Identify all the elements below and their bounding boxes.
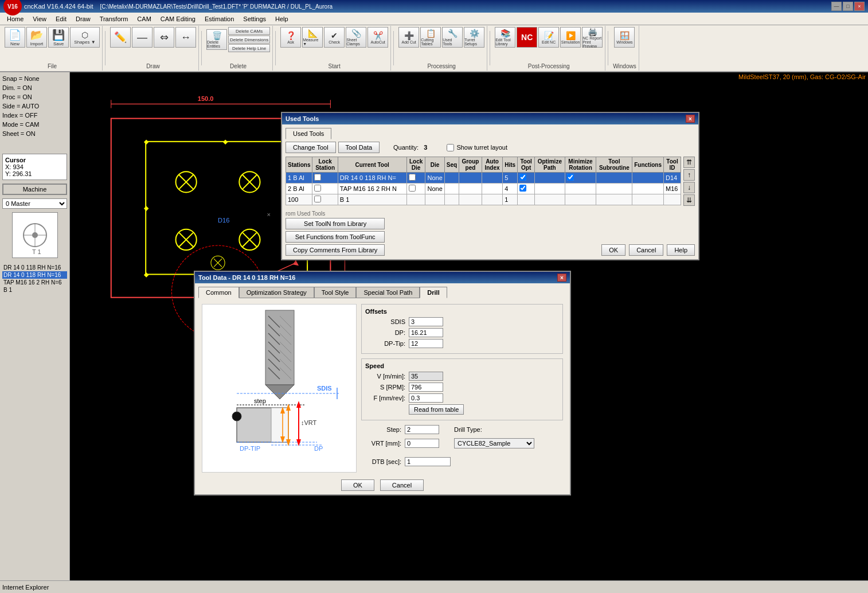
change-tool-btn[interactable]: Change Tool — [286, 142, 336, 153]
move-down-btn[interactable]: ↓ — [683, 182, 695, 193]
draw-mirror-btn[interactable]: ↔ — [175, 27, 196, 48]
v-input[interactable] — [409, 372, 443, 381]
machine-btn[interactable]: Machine — [2, 184, 67, 195]
nc-btn[interactable]: NC — [517, 27, 537, 48]
lock-die-checkbox-2[interactable] — [409, 185, 416, 192]
import-btn[interactable]: 📂Import — [26, 27, 47, 48]
menu-settings[interactable]: Settings — [238, 14, 271, 24]
move-top-btn[interactable]: ⇈ — [683, 157, 695, 168]
used-tools-close-btn[interactable]: × — [686, 115, 695, 123]
side-info: Side = AUTO — [2, 102, 67, 110]
measure-btn[interactable]: 📐Measure ▼ — [302, 27, 323, 48]
table-row[interactable]: 1 B Al DR 14 0 118 RH N= None 5 — [286, 173, 681, 184]
menu-view[interactable]: View — [28, 14, 51, 24]
delete-entities-btn[interactable]: 🗑️Delete Entities — [206, 29, 227, 50]
tab-opt-strategy[interactable]: Optimization Strategy — [239, 287, 314, 298]
edit-tool-lib-btn[interactable]: 📚Edit Tool Library — [495, 27, 515, 48]
check-btn[interactable]: ✔Check — [324, 27, 345, 48]
tool-data-btn[interactable]: Tool Data — [338, 142, 380, 153]
f-input[interactable] — [409, 393, 443, 403]
tool-list-item-0[interactable]: DR 14 0 118 RH N=16 — [2, 264, 67, 271]
cell-station: 100 — [286, 194, 312, 205]
min-rot-checkbox[interactable] — [567, 174, 574, 181]
lock-checkbox-2[interactable] — [314, 185, 321, 192]
lock-die-checkbox[interactable] — [409, 174, 416, 181]
sheet-clamps-btn[interactable]: 📎Sheet Clamps — [346, 27, 366, 48]
table-row[interactable]: 100 B 1 1 — [286, 194, 681, 205]
autocut-btn[interactable]: ✂️AutoCut — [367, 27, 388, 48]
close-btn[interactable]: × — [854, 2, 865, 11]
set-tooln-btn[interactable]: Set ToolN from Library — [286, 218, 385, 229]
ok-btn[interactable]: OK — [601, 244, 625, 256]
used-tools-tab[interactable]: Used Tools — [286, 128, 331, 139]
menu-home[interactable]: Home — [2, 14, 28, 24]
delete-cams-btn[interactable]: Delete CAMs — [228, 27, 270, 35]
simulation-btn[interactable]: ▶️Simulation — [560, 27, 581, 48]
delete-help-btn[interactable]: Delete Help Line — [228, 44, 270, 52]
tab-tool-style[interactable]: Tool Style — [314, 287, 357, 298]
maximize-btn[interactable]: □ — [843, 2, 853, 11]
col-auto: Auto Index — [482, 157, 502, 173]
set-func-btn[interactable]: Set Functions from ToolFunc — [286, 231, 385, 243]
tool-list-item-3[interactable]: B 1 — [2, 286, 67, 294]
tab-drill[interactable]: Drill — [420, 287, 447, 298]
cell-station: 1 B Al — [286, 173, 312, 184]
tool-opt-checkbox-2[interactable] — [519, 185, 526, 192]
sdis-input[interactable] — [409, 317, 443, 326]
sheet-info: Sheet = ON — [2, 130, 67, 138]
menu-transform[interactable]: Transform — [95, 14, 133, 24]
delete-dims-btn[interactable]: Delete Dimensions — [228, 36, 270, 44]
draw-pen-btn[interactable]: ✏️ — [110, 27, 131, 48]
master-select[interactable]: 0 Master — [2, 198, 67, 209]
cutting-tables-btn[interactable]: 📋Cutting Tables — [420, 27, 441, 48]
dp-input[interactable] — [409, 328, 443, 337]
table-row[interactable]: 2 B Al TAP M16 16 2 RH N None 4 — [286, 184, 681, 194]
tab-common[interactable]: Common — [198, 287, 239, 298]
tool-data-cancel-btn[interactable]: Cancel — [380, 479, 424, 491]
help-btn[interactable]: Help — [667, 244, 695, 256]
minimize-btn[interactable]: — — [831, 2, 842, 11]
menu-help[interactable]: Help — [271, 14, 293, 24]
menu-estimation[interactable]: Estimation — [200, 14, 238, 24]
s-input[interactable] — [409, 383, 443, 392]
used-tools-btn[interactable]: 🔧Used Tools — [442, 27, 463, 48]
menu-cam-editing[interactable]: CAM Editing — [156, 14, 200, 24]
vrt-input[interactable] — [405, 439, 439, 448]
windows-btn[interactable]: 🪟Windows — [614, 27, 635, 48]
tool-list-item-1[interactable]: DR 14 0 118 RH N=16 — [2, 271, 67, 279]
add-cut-btn[interactable]: ➕Add Cut — [398, 27, 419, 48]
menu-edit[interactable]: Edit — [51, 14, 71, 24]
tool-list-item-2[interactable]: TAP M16 16 2 RH N=6 — [2, 279, 67, 286]
menu-bar: Home View Edit Draw Transform CAM CAM Ed… — [0, 13, 868, 25]
save-btn[interactable]: 💾Save — [48, 27, 69, 48]
edit-nc-btn[interactable]: 📝Edit NC — [538, 27, 559, 48]
tool-data-ok-btn[interactable]: OK — [341, 479, 374, 491]
draw-line-btn[interactable]: — — [132, 27, 153, 48]
new-btn[interactable]: 📄New — [5, 27, 25, 48]
index-info: Index = OFF — [2, 111, 67, 119]
cancel-btn[interactable]: Cancel — [629, 244, 663, 256]
menu-cam[interactable]: CAM — [132, 14, 155, 24]
title-bar-controls[interactable]: — □ × — [831, 2, 865, 11]
svg-marker-58 — [265, 385, 294, 399]
turret-setups-btn[interactable]: ⚙️Turret Setups — [464, 27, 484, 48]
ask-btn[interactable]: ❓Ask — [280, 27, 301, 48]
step-input[interactable] — [405, 425, 439, 434]
move-up-btn[interactable]: ↑ — [683, 169, 695, 181]
move-bottom-btn[interactable]: ⇊ — [683, 194, 695, 206]
read-from-table-btn[interactable]: Read from table — [409, 404, 464, 415]
nc-report-btn[interactable]: 🖨️NC Report Print Preview — [582, 27, 603, 48]
tool-opt-checkbox[interactable] — [519, 174, 526, 181]
draw-transform-btn[interactable]: ⇔ — [154, 27, 174, 48]
tab-special-path[interactable]: Special Tool Path — [356, 287, 420, 298]
tool-data-close-btn[interactable]: × — [557, 274, 566, 282]
dp-tip-input[interactable] — [409, 339, 443, 348]
drill-type-select[interactable]: CYCLE82_Sample CYCLE83_Sample — [454, 438, 534, 448]
lock-checkbox-3[interactable] — [314, 196, 321, 202]
copy-comments-btn[interactable]: Copy Comments From Library — [286, 244, 385, 256]
dtb-input[interactable] — [405, 457, 451, 466]
menu-draw[interactable]: Draw — [71, 14, 95, 24]
lock-checkbox[interactable] — [314, 174, 321, 181]
shapes-btn[interactable]: ⬡Shapes ▼ — [70, 27, 100, 48]
show-turret-checkbox[interactable] — [447, 144, 454, 151]
